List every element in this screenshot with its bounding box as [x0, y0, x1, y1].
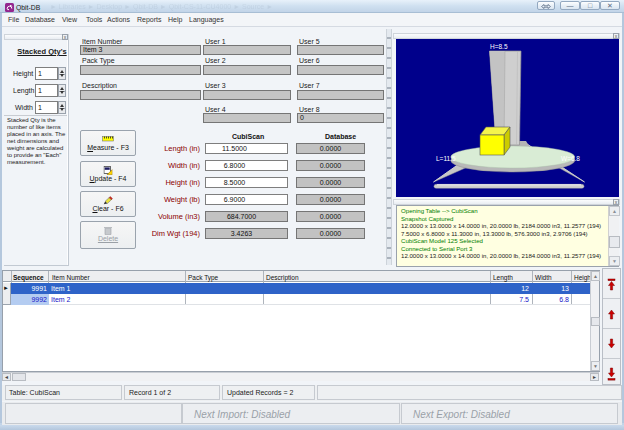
svg-text:H=8.5: H=8.5	[490, 43, 508, 50]
svg-text:W=6.8: W=6.8	[561, 155, 580, 162]
svg-text:L=11.5: L=11.5	[436, 155, 456, 162]
